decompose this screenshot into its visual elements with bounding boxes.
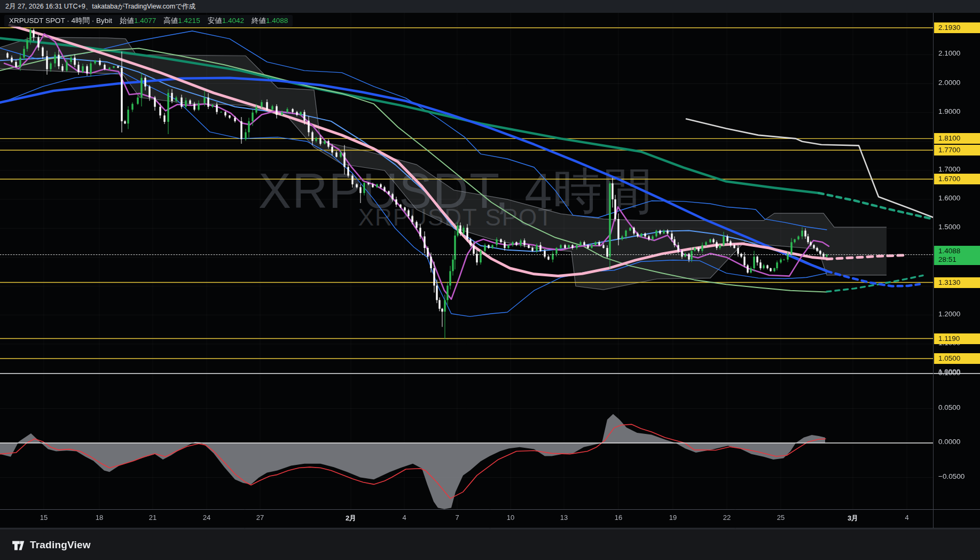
price-axis-label: 1.5000 (938, 223, 960, 231)
legend-ohlc-value: 1.4042 (222, 17, 244, 25)
current-price-value: 1.4088 (938, 247, 980, 255)
price-level-badge: 1.1190 (934, 333, 980, 344)
price-level-badge: 1.8100 (934, 133, 980, 144)
indicator-axis-label: 0.0500 (938, 403, 960, 411)
time-axis-label: 2月 (346, 514, 356, 523)
price-level-badge: 1.0500 (934, 353, 980, 364)
legend-ohlc-label: 高値 (163, 17, 178, 25)
time-axis-label: 18 (96, 514, 103, 522)
export-timestamp-text: 2月 27, 2026 16:31 UTC+9、takatabaがTrading… (5, 3, 195, 10)
indicator-axis-label: 0.1000 (938, 369, 960, 377)
time-axis-label: 4 (402, 514, 406, 522)
export-attribution-bar: 2月 27, 2026 16:31 UTC+9、takatabaがTrading… (0, 0, 980, 13)
tradingview-logo-icon (12, 539, 25, 552)
time-axis-label: 3月 (848, 514, 858, 523)
price-axis-label: 1.6000 (938, 194, 960, 202)
indicator-axis-label: 0.0000 (938, 438, 960, 446)
price-scale[interactable]: 2.10002.00001.90001.70001.60001.50001.30… (933, 13, 980, 528)
legend-ohlc-label: 始値 (120, 17, 134, 25)
time-scale[interactable]: 15182124272月471013161922253月4 (0, 509, 933, 528)
legend-ohlc-value: 1.4215 (178, 17, 200, 25)
price-level-badge: 2.1930 (934, 22, 980, 33)
time-axis-label: 7 (455, 514, 459, 522)
bottom-toolbar: TradingView (0, 529, 980, 560)
price-level-badge: 1.7700 (934, 145, 980, 155)
time-axis-label: 22 (723, 514, 731, 522)
price-axis-label: 2.0000 (938, 79, 960, 87)
price-axis-label: 1.9000 (938, 107, 960, 115)
indicator-axis-label: −0.0500 (938, 472, 965, 480)
price-axis-label: 1.7000 (938, 165, 960, 173)
legend-symbol-title[interactable]: XRPUSDT SPOT · 4時間 · Bybit (9, 17, 112, 25)
legend-ohlc-label: 安値 (208, 17, 222, 25)
time-axis-label: 25 (777, 514, 785, 522)
bar-countdown: 28:51 (938, 255, 980, 264)
price-axis-label: 2.1000 (938, 49, 960, 57)
price-level-badge: 1.3130 (934, 277, 980, 288)
chart-canvas[interactable] (0, 0, 980, 560)
tradingview-logo-text: TradingView (30, 539, 91, 551)
tradingview-logo[interactable]: TradingView (12, 539, 91, 552)
price-axis-label: 1.2000 (938, 310, 960, 318)
symbol-legend[interactable]: XRPUSDT SPOT · 4時間 · Bybit始値1.4077高値1.42… (4, 15, 293, 27)
legend-ohlc-values: 始値1.4077高値1.4215安値1.4042終値1.4088 (112, 17, 288, 25)
time-axis-label: 4 (905, 514, 908, 522)
price-level-badge: 1.6700 (934, 174, 980, 184)
legend-ohlc-value: 1.4088 (266, 17, 288, 25)
time-axis-label: 16 (615, 514, 622, 522)
time-axis-label: 24 (203, 514, 210, 522)
time-axis-label: 13 (560, 514, 568, 522)
legend-ohlc-value: 1.4077 (134, 17, 156, 25)
tradingview-chart-window: 2月 27, 2026 16:31 UTC+9、takatabaがTrading… (0, 0, 980, 560)
current-price-badge: 1.408828:51 (934, 246, 980, 265)
legend-ohlc-label: 終値 (252, 17, 266, 25)
time-axis-label: 19 (669, 514, 677, 522)
time-axis-label: 10 (507, 514, 514, 522)
time-axis-label: 21 (149, 514, 156, 522)
time-axis-label: 15 (40, 514, 48, 522)
time-axis-label: 27 (256, 514, 264, 522)
